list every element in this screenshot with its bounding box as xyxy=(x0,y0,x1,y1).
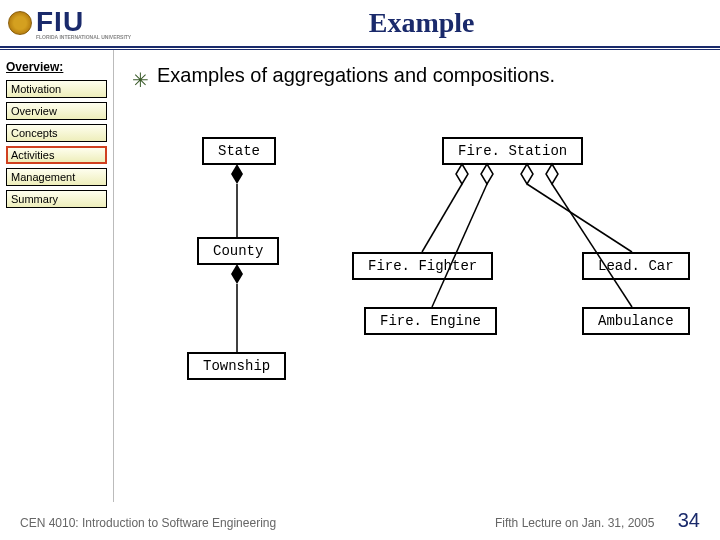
page-number: 34 xyxy=(678,509,700,531)
main: Overview: Motivation Overview Concepts A… xyxy=(0,50,720,502)
fiu-logo: FIU FLORIDA INTERNATIONAL UNIVERSITY xyxy=(8,6,131,40)
svg-marker-6 xyxy=(521,164,533,184)
page-title: Example xyxy=(131,7,712,39)
sidebar-section-label: Overview: xyxy=(6,60,107,74)
svg-line-10 xyxy=(527,184,632,252)
sidebar: Overview: Motivation Overview Concepts A… xyxy=(0,50,114,502)
content: ✳ Examples of aggregations and compositi… xyxy=(114,50,720,502)
svg-line-11 xyxy=(552,184,632,307)
bullet-line: ✳ Examples of aggregations and compositi… xyxy=(132,64,702,92)
box-county: County xyxy=(197,237,279,265)
sidebar-item-activities[interactable]: Activities xyxy=(6,146,107,164)
box-fireengine: Fire. Engine xyxy=(364,307,497,335)
svg-marker-4 xyxy=(456,164,468,184)
box-leadcar: Lead. Car xyxy=(582,252,690,280)
footer-left: CEN 4010: Introduction to Software Engin… xyxy=(20,516,360,530)
svg-marker-5 xyxy=(481,164,493,184)
svg-marker-2 xyxy=(231,264,243,284)
svg-marker-7 xyxy=(546,164,558,184)
svg-marker-0 xyxy=(231,164,243,184)
bullet-text: Examples of aggregations and composition… xyxy=(157,64,555,87)
footer: CEN 4010: Introduction to Software Engin… xyxy=(0,509,720,532)
box-ambulance: Ambulance xyxy=(582,307,690,335)
seal-icon xyxy=(8,11,32,35)
box-firestation: Fire. Station xyxy=(442,137,583,165)
sidebar-item-overview[interactable]: Overview xyxy=(6,102,107,120)
sidebar-item-summary[interactable]: Summary xyxy=(6,190,107,208)
box-state: State xyxy=(202,137,276,165)
svg-line-9 xyxy=(432,184,487,307)
asterisk-icon: ✳ xyxy=(132,68,149,92)
lecture-label: Fifth Lecture on Jan. 31, 2005 xyxy=(495,516,654,530)
logo-subtext: FLORIDA INTERNATIONAL UNIVERSITY xyxy=(36,34,131,40)
uml-diagram: State County Township Fire. Station Fire… xyxy=(132,102,702,442)
sidebar-item-concepts[interactable]: Concepts xyxy=(6,124,107,142)
box-firefighter: Fire. Fighter xyxy=(352,252,493,280)
sidebar-item-motivation[interactable]: Motivation xyxy=(6,80,107,98)
sidebar-item-management[interactable]: Management xyxy=(6,168,107,186)
header: FIU FLORIDA INTERNATIONAL UNIVERSITY Exa… xyxy=(0,0,720,48)
svg-line-8 xyxy=(422,184,462,252)
box-township: Township xyxy=(187,352,286,380)
footer-right: Fifth Lecture on Jan. 31, 2005 34 xyxy=(360,509,700,532)
